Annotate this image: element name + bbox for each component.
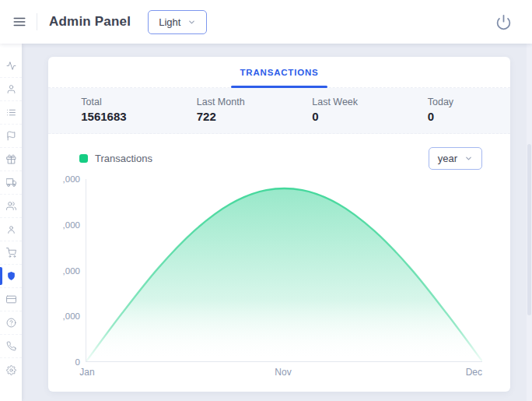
sidebar-item-flag[interactable] bbox=[0, 125, 22, 148]
area-chart: ,000,000,000,0000 bbox=[59, 179, 482, 362]
topbar-divider bbox=[37, 13, 37, 30]
tab-bar: TRANSACTIONS bbox=[48, 57, 510, 88]
sidebar-item-credit-card[interactable] bbox=[0, 288, 22, 311]
theme-select[interactable]: Light bbox=[148, 10, 207, 34]
x-axis: JanNovDec bbox=[86, 367, 482, 378]
list-icon bbox=[6, 107, 16, 118]
stat-today: Today0 bbox=[395, 97, 511, 123]
power-icon bbox=[495, 14, 512, 30]
user-icon bbox=[6, 84, 16, 94]
tab-active-underline bbox=[231, 86, 328, 88]
stats-row: Total1561683Last Month722Last Week0Today… bbox=[48, 88, 510, 134]
stat-value: 1561683 bbox=[81, 110, 131, 123]
y-tick-label: 0 bbox=[75, 357, 80, 367]
x-tick-label: Dec bbox=[466, 367, 482, 378]
plot-area bbox=[86, 179, 482, 362]
sidebar-item-gift[interactable] bbox=[0, 148, 22, 171]
hamburger-icon bbox=[12, 15, 26, 29]
stat-label: Last Week bbox=[312, 97, 362, 107]
stat-last-month: Last Month722 bbox=[164, 97, 280, 123]
sidebar-item-activity[interactable] bbox=[0, 55, 22, 78]
sidebar-item-truck[interactable] bbox=[0, 171, 22, 195]
y-tick-label: ,000 bbox=[63, 174, 80, 184]
stat-label: Total bbox=[81, 97, 131, 107]
sidebar-item-help[interactable] bbox=[0, 311, 22, 335]
menu-toggle-button[interactable] bbox=[12, 15, 26, 29]
range-select[interactable]: year bbox=[429, 147, 482, 170]
chart-legend: Transactions bbox=[79, 153, 152, 164]
stat-total: Total1561683 bbox=[48, 97, 164, 123]
sidebar-item-shield[interactable] bbox=[0, 265, 22, 288]
transactions-card: TRANSACTIONS Total1561683Last Month722La… bbox=[48, 57, 510, 392]
sidebar-item-cart[interactable] bbox=[0, 241, 22, 265]
stat-label: Today bbox=[428, 97, 478, 107]
sidebar-item-gear[interactable] bbox=[0, 358, 22, 382]
page-scrollbar[interactable] bbox=[527, 44, 532, 401]
theme-select-value: Light bbox=[159, 16, 180, 28]
logout-button[interactable] bbox=[495, 14, 512, 30]
y-tick-label: ,000 bbox=[63, 266, 80, 276]
chevron-down-icon bbox=[464, 154, 473, 163]
flag-icon bbox=[6, 131, 16, 141]
sidebar-item-list[interactable] bbox=[0, 101, 22, 125]
activity-icon bbox=[6, 61, 16, 71]
tab-transactions[interactable]: TRANSACTIONS bbox=[229, 57, 330, 87]
chart-section: Transactions year ,000,000,000,0000 bbox=[48, 134, 510, 392]
user-badge-icon bbox=[6, 224, 16, 234]
scrollbar-thumb[interactable] bbox=[527, 144, 531, 315]
y-tick-label: ,000 bbox=[63, 220, 80, 230]
range-select-value: year bbox=[438, 153, 457, 164]
stat-value: 722 bbox=[197, 110, 247, 123]
x-tick-label: Jan bbox=[79, 367, 94, 378]
chevron-down-icon bbox=[187, 18, 196, 26]
gift-icon bbox=[6, 154, 16, 164]
topbar: Admin Panel Light bbox=[0, 0, 532, 44]
stat-value: 0 bbox=[428, 110, 478, 123]
help-icon bbox=[6, 318, 16, 328]
transactions-area-series bbox=[86, 179, 482, 361]
sidebar-item-users[interactable] bbox=[0, 195, 22, 218]
legend-swatch-transactions bbox=[79, 154, 88, 163]
phone-icon bbox=[6, 341, 16, 351]
main-content: TRANSACTIONS Total1561683Last Month722La… bbox=[22, 44, 532, 401]
credit-card-icon bbox=[6, 294, 16, 304]
tab-transactions-label: TRANSACTIONS bbox=[240, 68, 319, 77]
stat-last-week: Last Week0 bbox=[279, 97, 395, 123]
sidebar bbox=[0, 44, 22, 401]
app-title: Admin Panel bbox=[49, 14, 131, 30]
shield-icon bbox=[6, 271, 16, 281]
gear-icon bbox=[6, 365, 16, 375]
sidebar-item-user-badge[interactable] bbox=[0, 218, 22, 241]
legend-label: Transactions bbox=[95, 153, 152, 164]
y-axis: ,000,000,000,0000 bbox=[59, 179, 86, 362]
x-tick-label: Nov bbox=[275, 367, 291, 378]
y-tick-label: ,000 bbox=[63, 311, 80, 321]
truck-icon bbox=[6, 178, 16, 188]
users-icon bbox=[6, 201, 16, 211]
stat-label: Last Month bbox=[197, 97, 247, 107]
sidebar-item-user[interactable] bbox=[0, 78, 22, 101]
cart-icon bbox=[6, 248, 16, 258]
stat-value: 0 bbox=[312, 110, 362, 123]
sidebar-item-phone[interactable] bbox=[0, 335, 22, 358]
